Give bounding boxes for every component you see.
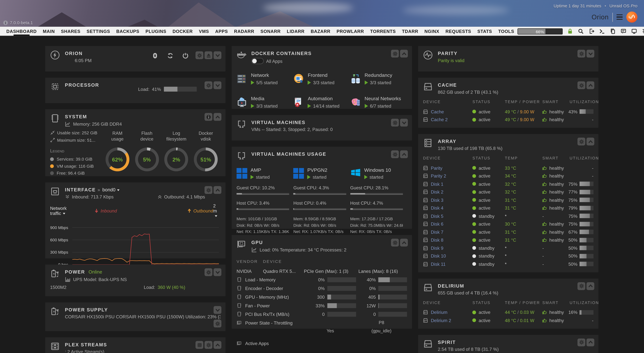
- eject-button[interactable]: [204, 52, 212, 59]
- device-link[interactable]: Parity: [431, 166, 442, 170]
- collapse-chevron-button[interactable]: [586, 338, 594, 346]
- vm-name[interactable]: PVPGN2: [307, 167, 327, 173]
- info-button[interactable]: [204, 113, 212, 121]
- device-link[interactable]: Delirium 2: [431, 318, 451, 323]
- port-select[interactable]: bond0: [102, 187, 116, 192]
- collapse-chevron-button[interactable]: [214, 268, 221, 276]
- settings-gear-button[interactable]: [391, 239, 399, 246]
- collapse-chevron-button[interactable]: [400, 239, 408, 246]
- collapse-chevron-button[interactable]: [214, 306, 221, 314]
- nav-tab[interactable]: LIDARR: [284, 26, 308, 36]
- device-link[interactable]: Disk 10: [431, 254, 446, 258]
- lock-icon[interactable]: [567, 28, 573, 34]
- nav-tab[interactable]: NGINX: [421, 26, 442, 36]
- docker-group-automation[interactable]: Automation 14/14 started: [294, 96, 350, 108]
- logout-icon[interactable]: [588, 28, 594, 34]
- nav-tab[interactable]: TORRENTS: [367, 26, 399, 36]
- docker-group-media[interactable]: Media 3/3 started: [236, 96, 293, 108]
- vm-name[interactable]: AMP: [250, 167, 270, 173]
- settings-gear-button[interactable]: [204, 186, 212, 194]
- settings-gear-button[interactable]: [578, 282, 585, 290]
- device-link[interactable]: Delirium: [431, 310, 448, 315]
- collapse-chevron-button[interactable]: [400, 50, 408, 58]
- nav-tab[interactable]: APPS: [212, 26, 231, 36]
- nav-tab[interactable]: REQUESTS: [442, 26, 474, 36]
- nav-tab[interactable]: STATS: [474, 26, 495, 36]
- docker-group-neural-networks[interactable]: Neural Networks 6/7 started: [350, 96, 407, 108]
- outbound-series-toggle[interactable]: Outbound: [187, 208, 213, 213]
- nav-tab[interactable]: MAIN: [40, 26, 58, 36]
- device-link[interactable]: Disk 6: [431, 222, 444, 226]
- collapse-chevron-button[interactable]: [586, 282, 594, 290]
- traffic-type-select[interactable]: Network traffic: [50, 206, 71, 216]
- nav-tab[interactable]: RADARR: [231, 26, 258, 36]
- reboot-icon[interactable]: [167, 52, 174, 60]
- inbound-series-toggle[interactable]: Inbound: [94, 208, 117, 213]
- collapse-chevron-button[interactable]: [214, 81, 221, 89]
- settings-gear-button[interactable]: [204, 268, 212, 276]
- vm-name[interactable]: Windows 10: [364, 167, 391, 173]
- device-link[interactable]: Disk 8: [431, 238, 444, 242]
- log-icon[interactable]: [642, 28, 644, 34]
- settings-gear-button[interactable]: [214, 320, 221, 328]
- collapse-chevron-button[interactable]: [586, 138, 594, 146]
- device-link[interactable]: Disk 11: [431, 262, 446, 266]
- display-settings-icon[interactable]: [631, 28, 637, 34]
- nav-tab[interactable]: SETTINGS: [84, 26, 113, 36]
- nav-tab[interactable]: DASHBOARD: [3, 26, 40, 36]
- docker-group-network[interactable]: Network 5/5 started: [236, 72, 293, 85]
- device-link[interactable]: Parity 2: [431, 174, 446, 178]
- unraid-logo[interactable]: [626, 12, 638, 23]
- device-link[interactable]: Disk 9: [431, 246, 444, 250]
- feedback-icon[interactable]: [620, 28, 627, 34]
- settings-gear-button[interactable]: [204, 341, 212, 349]
- device-link[interactable]: Disk 1: [431, 182, 444, 186]
- nav-tab[interactable]: VMS: [196, 26, 212, 36]
- settings-gear-button[interactable]: [578, 81, 585, 89]
- streams-grid-button[interactable]: [196, 341, 203, 349]
- settings-gear-button[interactable]: [196, 52, 203, 59]
- menu-icon[interactable]: [616, 14, 623, 20]
- array-stop-icon[interactable]: [152, 52, 158, 60]
- collapse-chevron-button[interactable]: [400, 150, 408, 158]
- nav-tab[interactable]: TDARR: [399, 26, 421, 36]
- version-badge[interactable]: i 7.0.0-beta.1: [3, 20, 33, 25]
- device-link[interactable]: Cache: [431, 109, 444, 114]
- settings-gear-button[interactable]: [391, 150, 399, 158]
- settings-gear-button[interactable]: [578, 138, 585, 146]
- device-link[interactable]: Cache 2: [431, 117, 448, 122]
- shutdown-icon[interactable]: [182, 52, 188, 60]
- all-apps-toggle[interactable]: [252, 58, 264, 64]
- collapse-chevron-button[interactable]: [586, 50, 594, 58]
- time-range-select[interactable]: 2 m: [213, 203, 220, 218]
- nav-tab[interactable]: DOCKER: [170, 26, 196, 36]
- device-link[interactable]: Disk 3: [431, 198, 444, 202]
- docker-group-frontend[interactable]: Frontend 3/3 started: [294, 72, 350, 85]
- docker-group-redundancy[interactable]: Redundancy 3/3 started: [350, 72, 407, 85]
- device-link[interactable]: Disk 5: [431, 214, 444, 218]
- collapse-chevron-button[interactable]: [214, 113, 221, 121]
- terminal-icon[interactable]: [599, 28, 605, 34]
- collapse-chevron-button[interactable]: [214, 341, 221, 349]
- nav-tab[interactable]: SONARR: [257, 26, 284, 36]
- copy-icon[interactable]: [610, 28, 616, 34]
- collapse-chevron-button[interactable]: [214, 52, 221, 59]
- device-link[interactable]: Disk 2: [431, 190, 444, 194]
- device-link[interactable]: Disk 7: [431, 230, 444, 234]
- settings-gear-button[interactable]: [204, 81, 212, 89]
- nav-tab[interactable]: PROWLARR: [334, 26, 367, 36]
- nav-tab[interactable]: PLUGINS: [142, 26, 169, 36]
- collapse-chevron-button[interactable]: [586, 81, 594, 89]
- settings-gear-button[interactable]: [391, 50, 399, 58]
- nav-tab[interactable]: SHARES: [58, 26, 84, 36]
- nav-tab[interactable]: BAZARR: [308, 26, 334, 36]
- settings-gear-button[interactable]: [578, 338, 585, 346]
- search-icon[interactable]: [578, 28, 584, 34]
- collapse-chevron-button[interactable]: [400, 119, 408, 126]
- nav-tab[interactable]: TOOLS: [495, 26, 517, 36]
- settings-gear-button[interactable]: [391, 119, 399, 126]
- nav-tab[interactable]: BACKUPS: [113, 26, 142, 36]
- device-link[interactable]: Disk 4: [431, 206, 444, 210]
- collapse-chevron-button[interactable]: [214, 186, 221, 194]
- settings-gear-button[interactable]: [578, 50, 585, 58]
